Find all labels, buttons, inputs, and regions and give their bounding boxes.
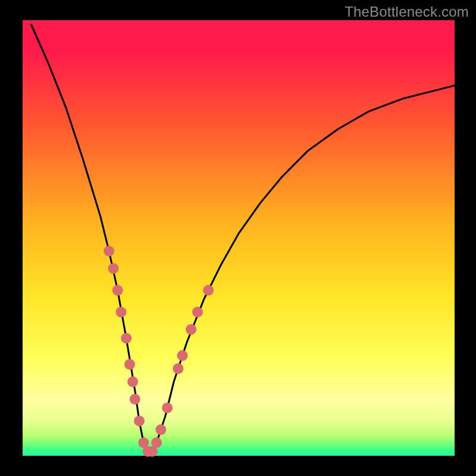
curve-marker xyxy=(130,394,140,405)
curve-marker xyxy=(108,263,119,274)
curve-marker xyxy=(124,359,135,369)
curve-marker xyxy=(173,364,183,374)
curve-marker xyxy=(151,437,162,448)
curve-marker xyxy=(104,246,114,256)
curve-marker xyxy=(121,333,131,343)
curve-marker xyxy=(192,306,203,317)
curve-marker xyxy=(186,324,196,335)
curve-marker xyxy=(177,350,188,361)
curve-marker xyxy=(134,415,145,426)
curve-marker xyxy=(116,306,127,317)
curve-marker xyxy=(112,285,123,296)
curve-marker xyxy=(162,403,173,414)
curve-marker xyxy=(127,377,138,387)
chart-stage: TheBottleneck.com xyxy=(0,0,476,476)
bottleneck-plot xyxy=(0,0,476,476)
watermark-text: TheBottleneck.com xyxy=(345,4,469,20)
curve-marker xyxy=(203,285,214,296)
curve-marker xyxy=(155,424,166,435)
plot-background xyxy=(23,20,455,456)
